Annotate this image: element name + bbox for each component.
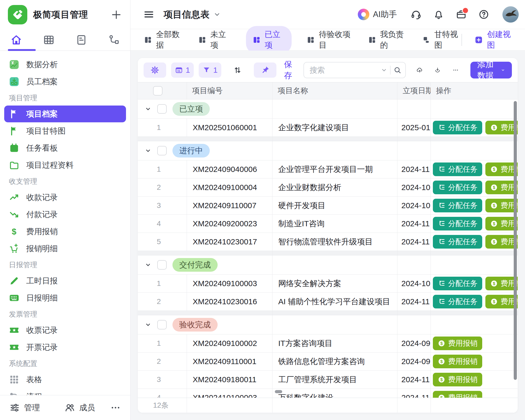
sidebar-more-icon[interactable] <box>110 402 121 413</box>
members-button[interactable]: 成员 <box>65 402 95 413</box>
table-row[interactable]: 5XM202410230017智行物流管理软件升级项目2024-11分配任务$费… <box>138 233 518 251</box>
sidebar-item[interactable]: 收票记录 <box>4 322 126 339</box>
add-app-icon[interactable] <box>110 9 122 21</box>
sidebar-item[interactable]: 流程 <box>4 388 126 395</box>
save-button[interactable]: 保存 <box>284 59 294 81</box>
sidebar-tab-workflow[interactable] <box>98 34 130 46</box>
fields-button[interactable]: 1 <box>171 62 194 78</box>
bell-icon[interactable] <box>433 9 444 20</box>
pin-button[interactable] <box>254 62 276 78</box>
view-tab[interactable]: 已立项 <box>246 26 292 54</box>
table-row[interactable]: 1XM202409040006企业管理平台开发项目一期2024-11分配任务$费… <box>138 160 518 178</box>
sidebar-item[interactable]: $费用报销 <box>4 223 126 240</box>
assign-task-button[interactable]: 分配任务 <box>433 217 482 230</box>
horizontal-scrollbar[interactable] <box>275 390 282 393</box>
briefcase-icon[interactable] <box>456 9 467 20</box>
group-status-badge: 验收完成 <box>172 318 218 332</box>
expense-report-button[interactable]: $费用报销 <box>485 199 518 212</box>
assign-task-button[interactable]: 分配任务 <box>433 235 482 249</box>
group-checkbox[interactable] <box>157 260 167 270</box>
expense-report-button[interactable]: $费用报销 <box>485 217 518 230</box>
export-download-icon[interactable] <box>434 65 441 75</box>
assign-task-button[interactable]: 分配任务 <box>433 295 482 308</box>
sidebar-item[interactable]: 收款记录 <box>4 189 126 206</box>
view-tab[interactable]: 我负责的 <box>368 29 407 51</box>
assign-task-button[interactable]: 分配任务 <box>433 199 482 212</box>
table-row[interactable]: 3XM202409180011工厂管理系统开发项目2024-11$费用报销 <box>138 371 518 389</box>
expense-report-button[interactable]: $费用报销 <box>485 277 518 290</box>
sidebar-item[interactable]: 报销明细 <box>4 240 126 257</box>
headset-icon[interactable] <box>411 9 422 20</box>
assign-task-button[interactable]: 分配任务 <box>433 181 482 194</box>
table-row[interactable]: 2XM202409100004企业业财数据分析2024-10分配任务$费用报销 <box>138 178 518 197</box>
sidebar-item[interactable]: 项目甘特图 <box>4 123 126 139</box>
view-tab[interactable]: 全部数据 <box>144 29 183 51</box>
expense-report-button[interactable]: $费用报销 <box>485 162 518 176</box>
table-row[interactable]: 3XM202409110007硬件开发项目2024-10分配任务$费用报销 <box>138 197 518 215</box>
table-row[interactable]: 1XM202409100003网络安全解决方案2024-10分配任务$费用报销 <box>138 275 518 293</box>
table-row[interactable]: 2XM202409110001铁路信息化管理方案咨询2024-09$费用报销 <box>138 353 518 371</box>
table-row[interactable]: 4XM202409200023制造业IT咨询2024-11分配任务$费用报销 <box>138 215 518 233</box>
sidebar-item[interactable]: 项目过程资料 <box>4 157 126 174</box>
create-view-button[interactable]: 创建视图 <box>475 29 514 51</box>
view-tab[interactable]: 待验收项目 <box>307 29 353 51</box>
search-input[interactable] <box>309 66 378 75</box>
filter-button[interactable]: 1 <box>199 62 221 78</box>
sidebar-item[interactable]: ¥数据分析 <box>4 56 126 73</box>
group-collapse-chevron-icon[interactable] <box>145 321 151 328</box>
hamburger-menu-icon[interactable] <box>143 9 155 20</box>
sidebar-item[interactable]: 日报明细 <box>4 290 126 306</box>
view-grid-icon <box>144 35 152 44</box>
sidebar-tab-home[interactable] <box>0 34 33 46</box>
group-collapse-chevron-icon[interactable] <box>145 147 151 154</box>
sidebar-item[interactable]: 付款记录 <box>4 206 126 223</box>
add-data-button[interactable]: 添加数据 <box>470 62 512 78</box>
group-checkbox[interactable] <box>157 146 167 155</box>
assign-task-button[interactable]: 分配任务 <box>433 121 482 134</box>
sidebar-item[interactable]: 任务看板 <box>4 140 126 156</box>
project-name-cell: AI 辅助个性化学习平台建设项目 <box>272 293 397 311</box>
column-header: 项目名称 <box>272 82 397 99</box>
expense-report-button[interactable]: $费用报销 <box>485 181 518 194</box>
table-row[interactable]: 2XM202410230016AI 辅助个性化学习平台建设项目2024-11分配… <box>138 293 518 311</box>
sort-button[interactable] <box>226 62 249 78</box>
sidebar-item[interactable]: 开票记录 <box>4 339 126 356</box>
table-row[interactable]: 1XM202501060001企业数字化建设项目2025-01分配任务$费用报销 <box>138 119 518 137</box>
ai-assistant-button[interactable]: AI助手 <box>358 9 397 20</box>
more-actions-icon[interactable] <box>453 65 459 75</box>
expense-report-button[interactable]: $费用报销 <box>433 355 482 368</box>
group-collapse-chevron-icon[interactable] <box>145 106 151 112</box>
assign-task-button[interactable]: 分配任务 <box>433 162 482 176</box>
expense-report-button[interactable]: $费用报销 <box>485 235 518 249</box>
import-cloud-icon[interactable] <box>417 65 423 75</box>
vertical-scrollbar[interactable] <box>514 101 517 380</box>
expense-report-button[interactable]: $费用报销 <box>485 121 518 134</box>
search-chevron-down-icon[interactable] <box>381 67 387 74</box>
assign-task-button[interactable]: 分配任务 <box>433 277 482 290</box>
sidebar-item[interactable]: 工时日报 <box>4 272 126 289</box>
search-icon[interactable] <box>393 66 402 74</box>
manage-label: 管理 <box>24 402 40 413</box>
view-tab[interactable]: 甘特视图 <box>422 29 461 51</box>
sidebar-item[interactable]: 表格 <box>4 371 126 388</box>
expense-report-button[interactable]: $费用报销 <box>433 337 482 350</box>
expense-report-button[interactable]: $费用报销 <box>485 295 518 308</box>
view-tab[interactable]: 未立项 <box>198 29 231 51</box>
manage-button[interactable]: 管理 <box>9 402 40 413</box>
table-row[interactable]: 1XM202409100002IT方案咨询项目2024-09$费用报销 <box>138 334 518 353</box>
help-icon[interactable] <box>478 9 489 20</box>
sidebar-item[interactable]: 员工档案 <box>4 73 126 90</box>
sidebar-tab-forms[interactable] <box>65 34 98 46</box>
user-avatar[interactable] <box>502 6 519 23</box>
settings-button[interactable] <box>144 62 166 78</box>
sidebar-item[interactable]: 项目档案 <box>4 106 126 122</box>
select-all-checkbox[interactable] <box>153 86 162 96</box>
view-tab-label: 已立项 <box>265 29 285 51</box>
group-checkbox[interactable] <box>157 104 167 114</box>
group-collapse-chevron-icon[interactable] <box>145 261 151 268</box>
sidebar-tab-tables[interactable] <box>33 34 65 46</box>
expense-report-button[interactable]: $费用报销 <box>433 373 482 386</box>
row-index: 1 <box>138 119 187 136</box>
group-checkbox[interactable] <box>157 320 167 329</box>
title-chevron-down-icon[interactable] <box>213 10 221 18</box>
